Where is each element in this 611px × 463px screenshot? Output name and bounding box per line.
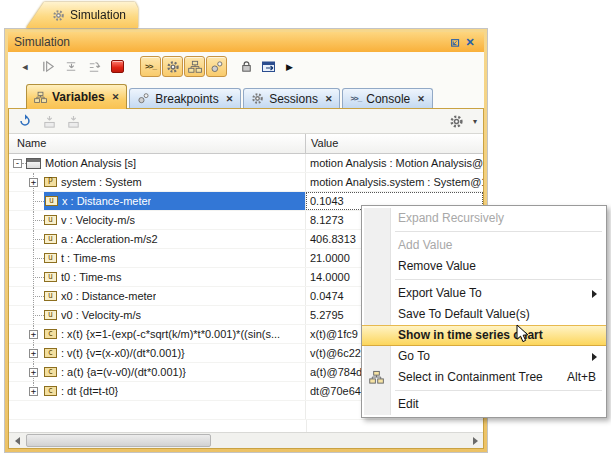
value-icon: u — [44, 234, 57, 244]
console-pane-toggle-button[interactable]: >>_ — [140, 56, 161, 77]
row-name: system : System — [61, 176, 142, 188]
value-icon: u — [44, 272, 57, 282]
containment-tree-icon — [369, 370, 384, 385]
expand-expander[interactable]: + — [29, 178, 38, 187]
float-window-icon[interactable] — [446, 34, 462, 50]
panel-title: Simulation — [14, 35, 446, 49]
panel-titlebar: Simulation ✕ — [8, 32, 484, 52]
value-icon: u — [44, 215, 57, 225]
scroll-right-button[interactable] — [467, 433, 483, 448]
toolbar-overflow-button[interactable]: ▶ — [286, 62, 293, 72]
variables-tree-icon — [34, 91, 47, 104]
collapse-left-button[interactable]: ◄ — [15, 57, 35, 77]
value-icon: u — [45, 196, 58, 206]
instance-icon — [26, 158, 41, 169]
menu-item-select-in-containment-tree[interactable]: Select in Containment Tree Alt+B — [362, 367, 606, 388]
menu-item-add-value: Add Value — [362, 235, 606, 256]
row-name: v : Velocity-m/s — [61, 214, 135, 226]
tab-breakpoints[interactable]: Breakpoints ✕ — [129, 88, 241, 108]
horizontal-scrollbar[interactable] — [9, 432, 483, 448]
menu-item-remove-value[interactable]: Remove Value — [362, 256, 606, 277]
row-name: Motion Analysis [s] — [45, 157, 136, 169]
table-row[interactable]: + P system : System motion Analysis.syst… — [9, 173, 483, 192]
window-tab-simulation[interactable]: Simulation — [26, 2, 138, 28]
breakpoints-icon — [210, 60, 224, 74]
tab-label: Sessions — [269, 92, 318, 106]
mouse-cursor — [516, 324, 529, 343]
dropdown-caret-icon[interactable]: ▾ — [473, 117, 477, 126]
expand-expander[interactable]: + — [29, 330, 38, 339]
tab-console[interactable]: >>_ Console ✕ — [342, 88, 432, 108]
tab-close-icon[interactable]: ✕ — [226, 94, 234, 104]
refresh-button[interactable] — [15, 111, 35, 131]
row-value: motion Analysis : Motion Analysis@1 — [306, 154, 483, 172]
open-in-new-window-button[interactable] — [259, 57, 279, 77]
save-value-icon — [42, 114, 57, 129]
sessions-gear-icon — [251, 92, 264, 105]
gear-icon — [449, 114, 464, 129]
row-name: a : Accleration-m/s2 — [61, 233, 158, 245]
menu-separator — [395, 390, 602, 391]
constraint-icon: c — [44, 386, 57, 396]
lock-icon — [239, 59, 254, 74]
value-icon: u — [44, 253, 57, 263]
settings-gear-button[interactable] — [447, 111, 467, 131]
tab-label: Console — [366, 92, 410, 106]
menu-item-go-to[interactable]: Go To — [362, 346, 606, 367]
menu-item-export-value-to[interactable]: Export Value To — [362, 283, 606, 304]
row-name: : dt {dt=t-t0} — [61, 385, 118, 397]
collapse-expander[interactable]: - — [13, 159, 22, 168]
expand-expander[interactable]: + — [29, 349, 38, 358]
run-button[interactable] — [38, 57, 58, 77]
menu-shortcut: Alt+B — [567, 367, 596, 388]
grid-header: Name Value — [9, 134, 483, 154]
breakpoints-pane-toggle-button[interactable] — [206, 56, 227, 77]
scrollbar-thumb[interactable] — [26, 434, 211, 447]
step-over-button[interactable] — [84, 57, 104, 77]
grid-empty-area — [9, 420, 483, 432]
value-icon: u — [44, 291, 57, 301]
row-name: x : Distance-meter — [62, 195, 151, 207]
stop-icon — [111, 60, 124, 73]
stop-button[interactable] — [107, 57, 127, 77]
tree-icon — [188, 60, 202, 74]
tab-sessions[interactable]: Sessions ✕ — [243, 88, 340, 108]
gear-icon — [166, 60, 180, 74]
submenu-arrow-icon — [592, 290, 597, 298]
tab-close-icon[interactable]: ✕ — [417, 94, 425, 104]
close-panel-icon[interactable]: ✕ — [462, 34, 478, 50]
column-header-name[interactable]: Name — [9, 134, 306, 153]
float-icon — [448, 36, 461, 49]
menu-item-save-to-default-values[interactable]: Save To Default Value(s) — [362, 304, 606, 325]
gear-icon — [52, 9, 65, 22]
part-icon: P — [44, 177, 57, 187]
lock-button[interactable] — [236, 57, 256, 77]
constraint-icon: c — [44, 348, 57, 358]
step-into-button[interactable] — [61, 57, 81, 77]
expand-expander[interactable]: + — [29, 387, 38, 396]
tab-variables[interactable]: Variables ✕ — [26, 84, 127, 109]
sessions-pane-toggle-button[interactable] — [162, 56, 183, 77]
scroll-left-icon — [15, 437, 20, 445]
tab-close-icon[interactable]: ✕ — [112, 92, 120, 102]
constraint-icon: c — [44, 367, 57, 377]
column-header-value[interactable]: Value — [306, 134, 483, 153]
scroll-left-button[interactable] — [9, 433, 25, 448]
row-name: : a(t) {a=(v-v0)/(dt*0.001)} — [61, 366, 186, 378]
row-value: motion Analysis.system : System@1 — [306, 173, 483, 191]
table-row[interactable]: - Motion Analysis [s] motion Analysis : … — [9, 154, 483, 173]
tab-close-icon[interactable]: ✕ — [325, 94, 333, 104]
selection-highlight: u x : Distance-meter — [44, 192, 305, 210]
run-icon — [41, 59, 56, 74]
variables-pane-toggle-button[interactable] — [184, 56, 205, 77]
menu-separator — [395, 231, 602, 232]
load-value-icon — [66, 114, 81, 129]
menu-item-edit[interactable]: Edit — [362, 394, 606, 415]
menu-item-show-in-time-series-chart[interactable]: Show in time series chart — [362, 325, 606, 346]
window-arrow-icon — [261, 59, 277, 75]
row-name: x0 : Distance-meter — [61, 290, 156, 302]
expand-expander[interactable]: + — [29, 368, 38, 377]
scroll-right-icon — [473, 437, 478, 445]
window-tab-label: Simulation — [70, 8, 126, 22]
value-icon: u — [44, 310, 57, 320]
